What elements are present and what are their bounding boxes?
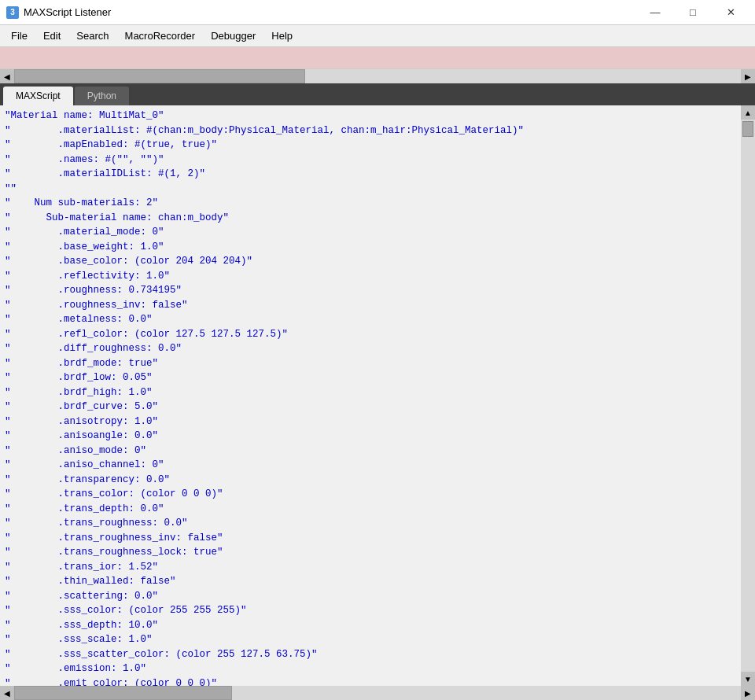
code-line: " .transparency: 0.0" [5, 473, 736, 488]
code-line: " .trans_roughness_inv: false" [5, 531, 736, 546]
code-line: " .trans_roughness: 0.0" [5, 516, 736, 531]
code-line: " .refl_color: (color 127.5 127.5 127.5)… [5, 327, 736, 342]
code-editor[interactable]: "Material name: MultiMat_0"" .materialLi… [0, 105, 741, 686]
close-button[interactable]: ✕ [713, 0, 749, 25]
app-icon: 3 [6, 6, 19, 19]
code-line: " .brdf_low: 0.05" [5, 370, 736, 385]
code-line: " .emission: 1.0" [5, 661, 736, 676]
code-line: " .material_mode: 0" [5, 225, 736, 240]
scroll-up-arrow[interactable]: ▲ [741, 105, 755, 120]
bottom-scroll-track[interactable] [14, 686, 741, 700]
minimize-button[interactable]: — [637, 0, 673, 25]
title-bar: 3 MAXScript Listener — □ ✕ [0, 0, 755, 25]
scroll-track[interactable] [14, 69, 741, 83]
code-line: "" [5, 182, 736, 197]
code-line: " .brdf_high: 1.0" [5, 385, 736, 400]
window-controls: — □ ✕ [637, 0, 749, 25]
scroll-left-bottom-arrow[interactable]: ◀ [0, 686, 14, 700]
code-line: " .brdf_curve: 5.0" [5, 400, 736, 414]
menu-edit[interactable]: Edit [35, 27, 68, 45]
app-window: 3 MAXScript Listener — □ ✕ File Edit Sea… [0, 0, 755, 700]
code-line: " .diff_roughness: 0.0" [5, 341, 736, 356]
code-line: " .base_weight: 1.0" [5, 240, 736, 255]
menu-search[interactable]: Search [68, 27, 116, 45]
code-line: " .trans_depth: 0.0" [5, 502, 736, 517]
code-line: " .anisoangle: 0.0" [5, 429, 736, 444]
toolbar-area [0, 47, 755, 69]
code-line: " .reflectivity: 1.0" [5, 269, 736, 284]
bottom-scroll-thumb[interactable] [14, 686, 232, 700]
code-line: " .sss_depth: 10.0" [5, 618, 736, 633]
window-title: MAXScript Listener [24, 6, 637, 18]
code-line: " .aniso_mode: 0" [5, 444, 736, 459]
scroll-thumb[interactable] [14, 69, 305, 83]
code-area: "Material name: MultiMat_0"" .materialLi… [0, 105, 755, 686]
v-scroll-thumb[interactable] [742, 121, 753, 137]
code-line: " Num sub-materials: 2" [5, 196, 736, 211]
scroll-right-bottom-arrow[interactable]: ▶ [741, 686, 755, 700]
code-line: " .sss_scale: 1.0" [5, 632, 736, 647]
code-line: " .materialList: #(chan:m_body:Physical_… [5, 123, 736, 138]
tab-bar: MAXScript Python [0, 83, 755, 105]
code-line: " .base_color: (color 204 204 204)" [5, 254, 736, 269]
code-line: " .names: #("", "")" [5, 153, 736, 168]
code-line: " .roughness: 0.734195" [5, 283, 736, 298]
code-line: " .thin_walled: false" [5, 574, 736, 589]
code-line: " .trans_ior: 1.52" [5, 560, 736, 575]
tab-python[interactable]: Python [75, 87, 129, 105]
v-scroll-track[interactable] [741, 120, 755, 672]
scroll-right-arrow[interactable]: ▶ [741, 69, 755, 83]
code-line: " .sss_color: (color 255 255 255)" [5, 603, 736, 618]
vertical-scrollbar[interactable]: ▲ ▼ [741, 105, 755, 686]
menu-macrorecorder[interactable]: MacroRecorder [117, 27, 204, 45]
scroll-down-arrow[interactable]: ▼ [741, 672, 755, 686]
menu-bar: File Edit Search MacroRecorder Debugger … [0, 25, 755, 47]
code-line: " .sss_scatter_color: (color 255 127.5 6… [5, 647, 736, 662]
code-line: " .scattering: 0.0" [5, 589, 736, 604]
maximize-button[interactable]: □ [675, 0, 711, 25]
bottom-horizontal-scrollbar[interactable]: ◀ ▶ [0, 686, 755, 700]
code-line: " .emit_color: (color 0 0 0)" [5, 676, 736, 687]
menu-file[interactable]: File [3, 27, 35, 45]
code-line: " .trans_roughness_lock: true" [5, 545, 736, 560]
tab-maxscript[interactable]: MAXScript [3, 87, 73, 105]
top-horizontal-scrollbar[interactable]: ◀ ▶ [0, 69, 755, 83]
scroll-left-arrow[interactable]: ◀ [0, 69, 14, 83]
code-line: " .anisotropy: 1.0" [5, 414, 736, 429]
code-line: "Material name: MultiMat_0" [5, 109, 736, 123]
code-line: " .mapEnabled: #(true, true)" [5, 138, 736, 153]
code-line: " .trans_color: (color 0 0 0)" [5, 487, 736, 502]
code-line: " .metalness: 0.0" [5, 312, 736, 327]
code-line: " .aniso_channel: 0" [5, 458, 736, 473]
code-line: " .roughness_inv: false" [5, 298, 736, 313]
code-line: " Sub-material name: chan:m_body" [5, 211, 736, 226]
code-line: " .materialIDList: #(1, 2)" [5, 167, 736, 182]
menu-debugger[interactable]: Debugger [203, 27, 263, 45]
menu-help[interactable]: Help [263, 27, 300, 45]
code-line: " .brdf_mode: true" [5, 356, 736, 371]
